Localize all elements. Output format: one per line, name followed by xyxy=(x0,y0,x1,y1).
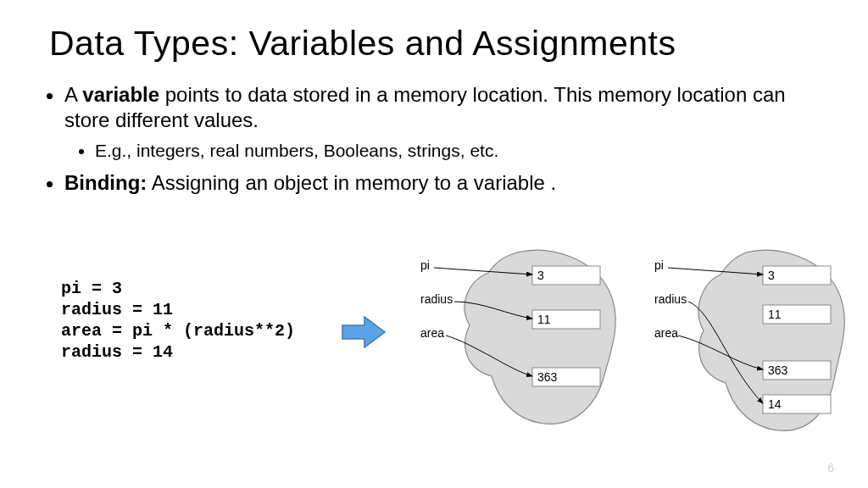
sub-list: E.g., integers, real numbers, Booleans, … xyxy=(64,140,819,162)
slide: Data Types: Variables and Assignments A … xyxy=(0,0,868,488)
svg-text:radius: radius xyxy=(654,292,687,306)
svg-text:363: 363 xyxy=(537,370,558,384)
text-bold: Binding: xyxy=(64,171,147,194)
svg-text:11: 11 xyxy=(768,308,782,321)
svg-marker-0 xyxy=(342,317,385,347)
svg-text:area: area xyxy=(654,326,678,340)
code-line: radius = 14 xyxy=(61,342,173,362)
text-bold: variable xyxy=(82,83,159,106)
svg-text:3: 3 xyxy=(537,269,544,282)
bullet-list: A variable points to data stored in a me… xyxy=(49,82,819,196)
svg-text:11: 11 xyxy=(537,313,551,326)
text: A xyxy=(64,83,82,106)
code-line: pi = 3 xyxy=(61,279,122,298)
code-line: area = pi * (radius**2) xyxy=(61,321,295,341)
svg-text:3: 3 xyxy=(768,269,775,282)
bullet-1: A variable points to data stored in a me… xyxy=(64,82,819,162)
sub-bullet-1: E.g., integers, real numbers, Booleans, … xyxy=(95,140,819,162)
svg-text:pi: pi xyxy=(420,258,430,272)
memory-diagram-right: 3 11 363 14 pi radius area xyxy=(653,242,865,446)
svg-text:area: area xyxy=(420,326,444,340)
text: Assigning an object in memory to a varia… xyxy=(147,171,556,194)
code-block: pi = 3 radius = 11 area = pi * (radius**… xyxy=(61,278,295,363)
page-title: Data Types: Variables and Assignments xyxy=(49,24,819,64)
svg-text:14: 14 xyxy=(768,397,782,411)
page-number: 6 xyxy=(827,461,834,474)
svg-text:radius: radius xyxy=(420,292,453,306)
code-line: radius = 11 xyxy=(61,300,173,319)
bullet-2: Binding: Assigning an object in memory t… xyxy=(64,170,819,196)
arrow-icon xyxy=(339,313,390,351)
svg-text:pi: pi xyxy=(654,258,664,272)
text: points to data stored in a memory locati… xyxy=(64,83,786,131)
svg-text:363: 363 xyxy=(768,363,788,377)
memory-diagram-left: 3 11 363 pi radius area xyxy=(415,242,636,437)
